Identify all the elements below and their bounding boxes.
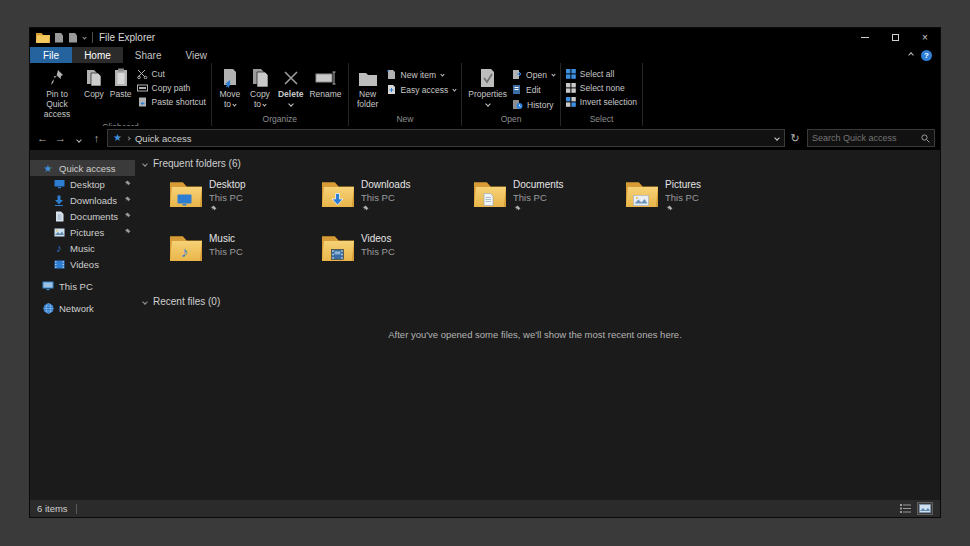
path-icon — [137, 84, 148, 92]
rename-icon — [315, 67, 337, 89]
properties-button[interactable]: Properties — [465, 65, 510, 108]
new-item-button[interactable]: New item — [386, 69, 457, 80]
quick-access-star-icon: ★ — [42, 162, 54, 174]
new-folder-icon — [358, 67, 378, 89]
select-none-button[interactable]: Select none — [566, 83, 637, 93]
ribbon-group-select: Select all Select none Invert selection … — [561, 63, 643, 126]
screenshot-stage: File Explorer × File Home Share View ? — [0, 0, 970, 546]
open-small-buttons: Open Edit History — [510, 65, 557, 110]
tab-home[interactable]: Home — [72, 47, 123, 63]
edit-icon — [512, 84, 522, 95]
copy-to-button[interactable]: Copy to — [245, 65, 275, 112]
sidebar-item-network[interactable]: Network — [30, 300, 135, 316]
folder-tile-music[interactable]: ♪ Music This PC — [170, 232, 322, 276]
help-icon[interactable]: ? — [921, 50, 932, 61]
folder-icon: ♪ — [170, 234, 202, 261]
downloads-icon — [53, 194, 65, 206]
status-bar: 6 items — [30, 500, 940, 517]
pushpin-icon — [49, 67, 65, 89]
forward-button[interactable]: → — [53, 133, 68, 144]
frequent-folders-header[interactable]: Frequent folders (6) — [140, 158, 930, 169]
chevron-down-icon — [453, 87, 457, 91]
close-button[interactable]: × — [910, 28, 940, 47]
sidebar-item-quick-access[interactable]: ★ Quick access — [30, 160, 135, 176]
collapse-ribbon-icon[interactable] — [908, 52, 914, 58]
folder-tile-pictures[interactable]: Pictures This PC — [626, 178, 778, 222]
content-pane: Frequent folders (6) Desktop This PC — [135, 150, 940, 500]
folder-tile-desktop[interactable]: Desktop This PC — [170, 178, 322, 222]
new-folder-button[interactable]: New folder — [352, 65, 384, 112]
large-icons-view-button[interactable] — [917, 502, 933, 515]
tab-file[interactable]: File — [30, 47, 72, 63]
search-input[interactable] — [812, 133, 921, 143]
easy-access-icon — [386, 84, 397, 95]
tab-view[interactable]: View — [174, 47, 220, 63]
recent-locations-button[interactable] — [71, 133, 86, 144]
sidebar-item-music[interactable]: ♪ Music — [30, 240, 135, 256]
copy-button[interactable]: Copy — [81, 65, 107, 102]
up-button[interactable]: ↑ — [89, 133, 104, 144]
new-item-icon — [386, 69, 397, 80]
qat-properties-icon[interactable] — [55, 33, 63, 43]
details-view-icon — [900, 504, 911, 513]
cut-button[interactable]: Cut — [137, 69, 206, 79]
back-button[interactable]: ← — [35, 133, 50, 144]
copy-to-icon — [251, 67, 269, 89]
address-dropdown-icon[interactable] — [774, 135, 780, 141]
recent-files-empty-message: After you've opened some files, we'll sh… — [140, 329, 930, 340]
folder-tile-videos[interactable]: Videos This PC — [322, 232, 474, 276]
paste-shortcut-button[interactable]: Paste shortcut — [137, 97, 206, 107]
recent-files-header[interactable]: Recent files (0) — [140, 296, 930, 307]
paste-button[interactable]: Paste — [107, 65, 135, 102]
new-small-buttons: New item Easy access — [384, 65, 459, 95]
details-view-button[interactable] — [897, 502, 913, 515]
history-button[interactable]: History — [512, 99, 555, 110]
edit-button[interactable]: Edit — [512, 84, 555, 95]
downloads-overlay-icon — [331, 193, 344, 206]
collapse-section-icon — [142, 299, 148, 305]
breadcrumb-location[interactable]: Quick access — [135, 133, 192, 144]
restore-button[interactable] — [880, 28, 910, 47]
sidebar-item-videos[interactable]: Videos — [30, 256, 135, 272]
ribbon-group-organize: Move to Copy to Delete — [212, 63, 349, 126]
pin-icon — [123, 196, 131, 204]
folder-tile-documents[interactable]: Documents This PC — [474, 178, 626, 222]
folder-tile-downloads[interactable]: Downloads This PC — [322, 178, 474, 222]
select-all-button[interactable]: Select all — [566, 69, 637, 79]
pin-icon — [123, 228, 131, 236]
collapse-section-icon — [142, 161, 148, 167]
video-icon — [53, 258, 65, 270]
qat-customize-chevron-icon[interactable] — [82, 35, 86, 39]
copy-path-button[interactable]: Copy path — [137, 83, 206, 93]
qat-newfolder-icon[interactable] — [69, 33, 77, 43]
back-icon: ← — [37, 132, 48, 144]
open-button[interactable]: Open — [512, 69, 555, 80]
tab-share[interactable]: Share — [123, 47, 174, 63]
minimize-icon — [861, 37, 869, 38]
address-input[interactable]: ★ Quick access — [107, 129, 785, 147]
sidebar-item-downloads[interactable]: Downloads — [30, 192, 135, 208]
easy-access-button[interactable]: Easy access — [386, 84, 457, 95]
sidebar-item-documents[interactable]: Documents — [30, 208, 135, 224]
sidebar-item-desktop[interactable]: Desktop — [30, 176, 135, 192]
refresh-button[interactable]: ↻ — [788, 132, 802, 145]
window-title: File Explorer — [99, 32, 155, 43]
network-globe-icon — [42, 302, 54, 314]
pin-to-quick-access-button[interactable]: Pin to Quick access — [33, 65, 81, 121]
picture-overlay-icon — [633, 195, 649, 206]
document-overlay-icon — [483, 193, 494, 206]
invert-selection-button[interactable]: Invert selection — [566, 97, 637, 107]
search-icon[interactable] — [921, 134, 930, 143]
pin-icon — [209, 205, 246, 213]
minimize-button[interactable] — [850, 28, 880, 47]
chevron-down-icon — [485, 101, 491, 107]
pin-icon — [123, 180, 131, 188]
sidebar-item-pictures[interactable]: Pictures — [30, 224, 135, 240]
properties-icon — [479, 67, 496, 89]
sidebar-item-this-pc[interactable]: This PC — [30, 278, 135, 294]
forward-icon: → — [55, 132, 66, 144]
delete-button[interactable]: Delete — [275, 65, 307, 108]
open-icon — [512, 69, 522, 80]
rename-button[interactable]: Rename — [306, 65, 344, 102]
move-to-button[interactable]: Move to — [215, 65, 245, 112]
